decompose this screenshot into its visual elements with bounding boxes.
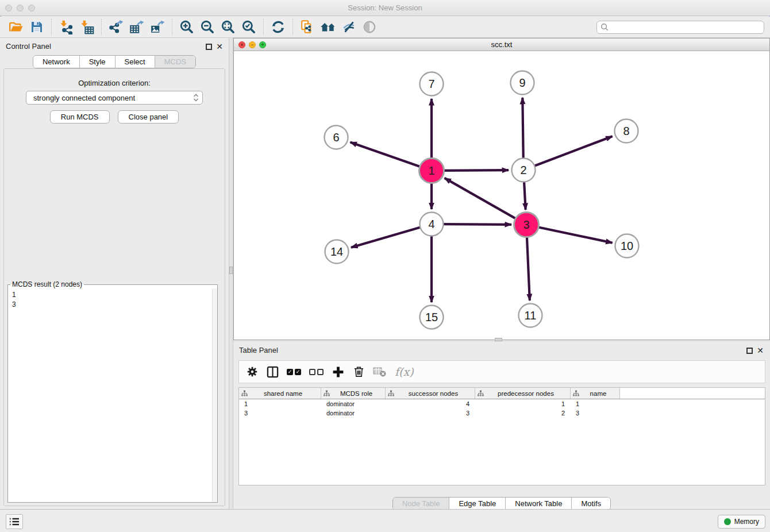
graph-edge-3-11[interactable] (527, 236, 530, 300)
window-minimize-button[interactable] (17, 5, 24, 11)
graph-edge-3-1[interactable] (445, 178, 517, 219)
control-panel-float-button[interactable] (206, 44, 212, 50)
mcds-result-text[interactable]: 1 3 (8, 288, 212, 502)
tab-style[interactable]: Style (79, 56, 115, 68)
tab-mcds[interactable]: MCDS (155, 56, 195, 68)
column-header-label: name (579, 390, 617, 397)
export-network-icon (109, 20, 124, 34)
graph-edge-1-6[interactable] (351, 142, 422, 167)
table-cell[interactable]: dominator (321, 399, 386, 408)
column-header-MCDS-role[interactable]: MCDS role (321, 388, 386, 399)
refresh-icon (271, 20, 286, 34)
table-cell[interactable]: dominator (321, 408, 386, 418)
tab-network[interactable]: Network (33, 56, 79, 68)
splitter-grip[interactable] (229, 267, 233, 274)
export-image-button[interactable] (147, 18, 168, 36)
criterion-select[interactable]: strongly connected component (26, 91, 203, 105)
networks-home-button[interactable] (318, 18, 338, 36)
window-zoom-button[interactable] (28, 5, 35, 11)
run-mcds-button[interactable]: Run MCDS (50, 110, 110, 124)
column-header-label: successor nodes (394, 390, 472, 397)
window-title: Session: New Session (0, 0, 770, 16)
gear-icon (246, 365, 259, 378)
network-maximize-button[interactable]: + (259, 41, 266, 48)
columns-icon (267, 366, 279, 378)
graph-edge-4-14[interactable] (351, 227, 421, 247)
import-table-button[interactable] (76, 18, 97, 36)
column-header-predecessor-nodes[interactable]: predecessor nodes (475, 388, 571, 399)
search-box[interactable] (596, 21, 764, 34)
table-cell[interactable]: 3 (239, 408, 321, 418)
function-builder-button[interactable]: f(x) (395, 364, 414, 380)
import-network-button[interactable] (56, 18, 76, 36)
tab-network-table[interactable]: Network Table (505, 498, 571, 510)
tab-edge-table[interactable]: Edge Table (449, 498, 505, 510)
network-canvas[interactable]: 7968124314101511 (234, 51, 769, 340)
delete-table-button[interactable] (373, 364, 387, 380)
mcds-result-scrollbar[interactable] (212, 288, 217, 502)
delete-column-button[interactable] (353, 364, 365, 380)
trash-icon (353, 365, 365, 378)
toolbar-separator (172, 19, 172, 35)
tab-motifs[interactable]: Motifs (571, 498, 610, 510)
graph-edge-2-3[interactable] (524, 181, 526, 210)
open-session-button[interactable] (6, 18, 26, 36)
graphics-details-toggle-button[interactable] (338, 18, 359, 36)
column-header-shared-name[interactable]: shared name (239, 388, 321, 399)
table-mode-button[interactable] (246, 364, 259, 380)
search-icon (600, 23, 609, 32)
zoom-in-button[interactable] (176, 18, 197, 36)
vertical-splitter[interactable] (229, 38, 233, 509)
column-header-name[interactable]: name (571, 388, 620, 399)
table-cell[interactable]: 1 (475, 399, 571, 408)
create-column-button[interactable] (332, 364, 345, 380)
zoom-fit-button[interactable] (218, 18, 238, 36)
control-panel-close-button[interactable]: ✕ (216, 41, 223, 52)
apply-layout-button[interactable] (268, 18, 288, 36)
splitter-grip[interactable] (495, 338, 502, 341)
delete-table-icon (373, 366, 387, 377)
network-close-button[interactable]: × (238, 41, 245, 48)
graph-edge-2-8[interactable] (534, 136, 613, 166)
column-header-successor-nodes[interactable]: successor nodes (386, 388, 475, 399)
control-panel-header: Control Panel ✕ (0, 40, 229, 53)
window-close-button[interactable] (5, 5, 12, 11)
export-table-icon (129, 20, 144, 34)
zoom-in-icon (179, 20, 194, 34)
table-panel-title: Table Panel (239, 346, 278, 354)
table-cell[interactable]: 3 (571, 408, 620, 418)
zoom-selected-button[interactable] (238, 18, 259, 36)
export-table-button[interactable] (126, 18, 147, 36)
plus-icon (332, 365, 345, 379)
table-cell[interactable]: 1 (571, 399, 620, 408)
graph-edge-3-10[interactable] (537, 227, 613, 243)
birds-eye-toggle-button[interactable] (359, 18, 380, 36)
graph-edge-1-2[interactable] (442, 170, 509, 171)
tab-select[interactable]: Select (115, 56, 155, 68)
clone-network-button[interactable] (297, 18, 318, 36)
zoom-out-button[interactable] (197, 18, 218, 36)
close-panel-button[interactable]: Close panel (118, 110, 179, 124)
table-cell[interactable]: 1 (239, 399, 321, 408)
table-cell[interactable]: 3 (386, 408, 475, 418)
select-all-button[interactable]: ✓ ✓ (287, 364, 301, 380)
table-cell[interactable]: 2 (475, 408, 571, 418)
table-panel-float-button[interactable] (746, 348, 753, 354)
task-history-button[interactable] (6, 514, 23, 529)
export-network-button[interactable] (106, 18, 126, 36)
table-panel-close-button[interactable]: ✕ (757, 345, 764, 356)
save-session-button[interactable] (26, 18, 47, 36)
tab-node-table[interactable]: Node Table (393, 498, 449, 510)
memory-button[interactable]: Memory (718, 515, 765, 529)
graph-node-label: 9 (519, 76, 525, 89)
graph-edge-2-9[interactable] (522, 98, 523, 159)
deselect-all-button[interactable] (309, 364, 324, 380)
table-cell[interactable]: 4 (386, 399, 475, 408)
graph-edge-4-3[interactable] (442, 224, 511, 225)
network-view-title: scc.txt (234, 38, 769, 51)
show-columns-button[interactable] (267, 364, 279, 380)
main-toolbar (0, 17, 770, 38)
search-input[interactable] (609, 23, 760, 31)
mcds-panel: Optimization criterion: strongly connect… (3, 68, 225, 506)
network-minimize-button[interactable]: − (249, 41, 256, 48)
